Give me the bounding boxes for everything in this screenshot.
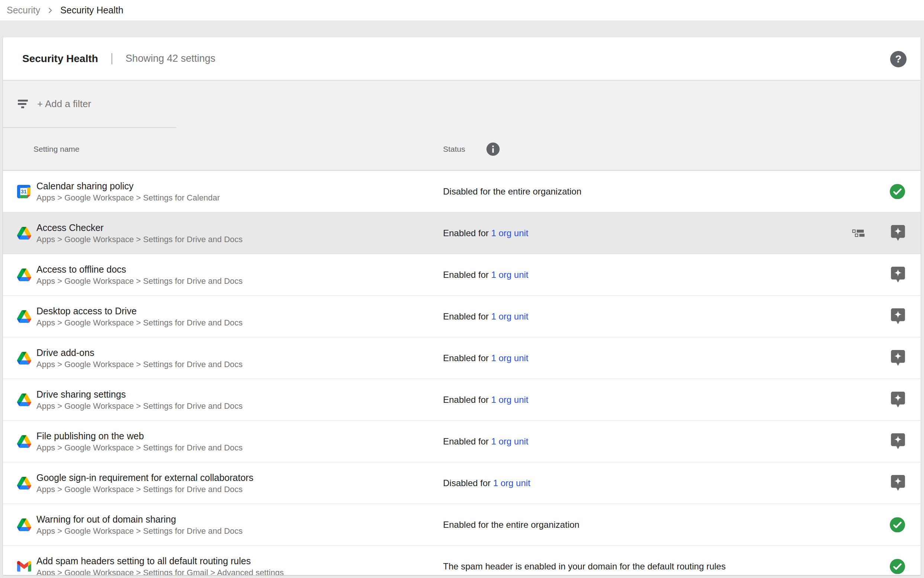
add-filter-bar[interactable]: + Add a filter	[3, 81, 921, 127]
status-text: Enabled for	[443, 353, 489, 363]
status-text: The spam header is enabled in your domai…	[443, 561, 725, 571]
status-text: Enabled for	[443, 311, 489, 321]
setting-name: Drive add-ons	[36, 346, 443, 359]
google-drive-icon	[17, 518, 31, 531]
org-unit-link[interactable]: 1 org unit	[491, 311, 528, 321]
app-icon: 31	[17, 310, 34, 323]
google-calendar-icon: 31	[17, 185, 31, 198]
column-header-setting-name: Setting name	[34, 144, 79, 154]
recommendation-badge-icon[interactable]	[891, 308, 905, 325]
recommendation-badge-icon[interactable]	[891, 267, 905, 283]
org-unit-link[interactable]: 1 org unit	[491, 228, 528, 238]
ok-check-icon	[890, 559, 905, 574]
recommendation-badge-icon[interactable]	[891, 350, 905, 366]
breadcrumb: Security Security Health	[0, 0, 924, 21]
setting-status: Enabled for 1 org unit	[443, 228, 921, 239]
setting-name: File publishing on the web	[36, 430, 443, 442]
chevron-right-icon	[45, 6, 55, 15]
setting-row[interactable]: 31 Desktop access to Drive Apps > G	[3, 296, 921, 337]
security-health-card: Security Health Showing 42 settings ? + …	[3, 37, 921, 575]
google-drive-icon	[17, 227, 31, 240]
app-icon: 31	[17, 477, 34, 489]
status-text: Disabled for the entire organization	[443, 186, 581, 196]
setting-status: Enabled for 1 org unit	[443, 436, 921, 447]
setting-text: Desktop access to Drive Apps > Google Wo…	[34, 305, 443, 328]
column-header-status: Status	[443, 144, 465, 154]
status-indicator	[891, 225, 905, 241]
app-icon: 31	[17, 561, 34, 572]
filter-icon	[18, 100, 28, 108]
status-indicator	[890, 517, 905, 532]
status-text: Enabled for	[443, 228, 489, 238]
security-health-page: Security Security Health Security Health…	[0, 0, 924, 578]
google-drive-icon	[17, 352, 31, 365]
status-indicator	[891, 350, 905, 366]
setting-row[interactable]: 31 Add spam headers setting to all defau…	[3, 546, 921, 575]
setting-row[interactable]: 31 File publishing on the web Apps	[3, 421, 921, 462]
status-text: Disabled for	[443, 478, 490, 488]
status-indicator	[891, 267, 905, 283]
app-icon: 31	[17, 518, 34, 531]
svg-text:31: 31	[21, 188, 27, 195]
setting-row[interactable]: 31 Drive sharing settings Apps > Go	[3, 379, 921, 421]
setting-row[interactable]: 31 Access to offline docs Apps > Go	[3, 254, 921, 296]
status-indicator	[891, 392, 905, 408]
filter-and-header-section: + Add a filter Setting name Status	[3, 81, 921, 171]
setting-row[interactable]: 31 Warning for out of domain sharing	[3, 504, 921, 546]
setting-name: Calendar sharing policy	[36, 180, 443, 192]
page-title: Security Health	[22, 53, 98, 65]
setting-status: Enabled for 1 org unit	[443, 311, 921, 322]
google-drive-icon	[17, 268, 31, 281]
setting-name: Drive sharing settings	[36, 388, 443, 401]
setting-name: Google sign-in requirement for external …	[36, 471, 443, 484]
help-icon[interactable]: ?	[890, 51, 906, 67]
recommendation-badge-icon[interactable]	[891, 392, 905, 408]
setting-row[interactable]: 31 Drive add-ons Apps > Google Work	[3, 337, 921, 379]
card-header: Security Health Showing 42 settings ?	[3, 37, 921, 81]
status-indicator	[890, 184, 905, 199]
setting-status: Enabled for 1 org unit	[443, 270, 921, 280]
app-icon: 31	[17, 435, 34, 448]
org-unit-link[interactable]: 1 org unit	[491, 353, 528, 363]
breadcrumb-security[interactable]: Security	[7, 5, 40, 16]
setting-status: Disabled for the entire organization	[443, 186, 921, 197]
settings-count: Showing 42 settings	[126, 53, 215, 64]
status-indicator	[891, 308, 905, 325]
app-icon: 31	[17, 268, 34, 281]
org-unit-link[interactable]: 1 org unit	[491, 436, 528, 446]
recommendation-badge-icon[interactable]	[891, 434, 905, 450]
status-indicator	[891, 475, 905, 491]
setting-text: Drive sharing settings Apps > Google Wor…	[34, 388, 443, 412]
add-filter-label: + Add a filter	[37, 98, 91, 110]
setting-row[interactable]: 31 Access Checker Apps > Google Wor	[3, 213, 921, 254]
google-drive-icon	[17, 435, 31, 448]
recommendation-badge-icon[interactable]	[891, 475, 905, 491]
settings-list: 31 Calendar sharing policy Apps > G	[3, 171, 921, 575]
setting-text: Access Checker Apps > Google Workspace >…	[34, 221, 443, 245]
setting-row[interactable]: 31 Google sign-in requirement for extern…	[3, 462, 921, 504]
setting-path: Apps > Google Workspace > Settings for D…	[36, 317, 443, 328]
app-icon: 31	[17, 185, 34, 198]
app-icon: 31	[17, 227, 34, 240]
recommendation-badge-icon[interactable]	[891, 225, 905, 241]
setting-path: Apps > Google Workspace > Settings for D…	[36, 401, 443, 412]
google-drive-icon	[17, 393, 31, 406]
ok-check-icon	[890, 517, 905, 532]
setting-text: Warning for out of domain sharing Apps >…	[34, 513, 443, 537]
setting-text: Access to offline docs Apps > Google Wor…	[34, 263, 443, 287]
org-unit-link[interactable]: 1 org unit	[491, 395, 528, 405]
org-unit-link[interactable]: 1 org unit	[491, 270, 528, 280]
table-header: Setting name Status	[3, 128, 921, 170]
status-text: Enabled for	[443, 395, 489, 405]
setting-status: The spam header is enabled in your domai…	[443, 561, 921, 572]
setting-text: Drive add-ons Apps > Google Workspace > …	[34, 346, 443, 370]
setting-status: Enabled for 1 org unit	[443, 395, 921, 405]
setting-text: Google sign-in requirement for external …	[34, 471, 443, 495]
org-unit-link[interactable]: 1 org unit	[493, 478, 531, 488]
status-info-icon[interactable]	[486, 142, 500, 156]
setting-text: File publishing on the web Apps > Google…	[34, 430, 443, 453]
gmail-icon	[17, 561, 31, 572]
org-units-icon[interactable]	[852, 229, 865, 237]
setting-row[interactable]: 31 Calendar sharing policy Apps > G	[3, 171, 921, 213]
ok-check-icon	[890, 184, 905, 199]
